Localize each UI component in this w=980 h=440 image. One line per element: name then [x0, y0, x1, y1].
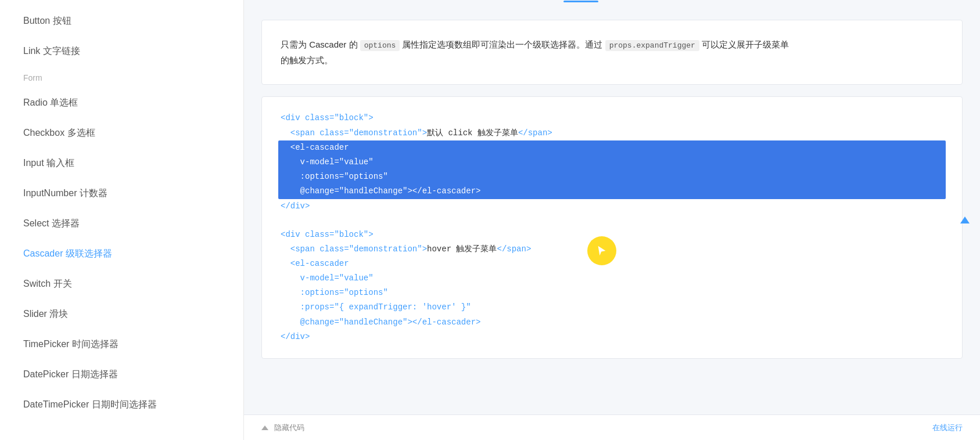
code-line-span2: <span class="demonstration">hover 触发子菜单<…	[281, 242, 943, 257]
sidebar-item-cascader[interactable]: Cascader 级联选择器	[0, 239, 243, 269]
sidebar-item-switch[interactable]: Switch 开关	[0, 269, 243, 299]
sidebar-item-datetimepicker[interactable]: DateTimePicker 日期时间选择器	[0, 389, 243, 420]
sidebar: Button 按钮 Link 文字链接 Form Radio 单选框 Check…	[0, 0, 244, 440]
description-text3: 可以定义展开子级菜单	[699, 39, 789, 49]
code-line-span1: <span class="demonstration">默认 click 触发子…	[281, 126, 943, 140]
sidebar-item-checkbox[interactable]: Checkbox 多选框	[0, 118, 243, 148]
sidebar-item-inputnumber[interactable]: InputNumber 计数器	[0, 178, 243, 208]
sidebar-item-button[interactable]: Button 按钮	[0, 6, 243, 36]
sidebar-section-form: Form	[0, 66, 243, 88]
sidebar-item-input[interactable]: Input 输入框	[0, 148, 243, 178]
description-text: 只需为 Cascader 的	[281, 39, 360, 49]
code-line-options2: :options="options"	[281, 286, 943, 300]
hide-code-label[interactable]: 隐藏代码	[274, 423, 304, 433]
bottom-bar: 隐藏代码 在线运行	[244, 414, 980, 440]
code-line-div-open2: <div class="block">	[281, 228, 943, 242]
description-text2: 属性指定选项数组即可渲染出一个级联选择器。通过	[400, 39, 605, 49]
options-code: options	[360, 40, 400, 51]
triangle-icon	[261, 425, 268, 430]
props-code: props.expandTrigger	[605, 40, 699, 51]
sidebar-item-link[interactable]: Link 文字链接	[0, 36, 243, 66]
description-box: 只需为 Cascader 的 options 属性指定选项数组即可渲染出一个级联…	[261, 20, 963, 85]
code-line-div-open1: <div class="block">	[281, 111, 943, 125]
code-line-change2: @change="handleChange"></el-cascader>	[281, 315, 943, 330]
main-content: 只需为 Cascader 的 options 属性指定选项数组即可渲染出一个级联…	[244, 0, 980, 440]
tab-indicator	[563, 1, 598, 2]
sidebar-item-radio[interactable]: Radio 单选框	[0, 88, 243, 118]
hide-code-button[interactable]: 隐藏代码	[261, 423, 304, 433]
run-online-button[interactable]: 在线运行	[932, 423, 963, 433]
code-line-el-cascader-open: <el-cascader	[278, 140, 946, 155]
sidebar-item-timepicker[interactable]: TimePicker 时间选择器	[0, 329, 243, 359]
code-line-vmodel: v-model="value"	[278, 155, 946, 169]
sidebar-item-slider[interactable]: Slider 滑块	[0, 299, 243, 329]
scroll-up-indicator[interactable]	[960, 217, 970, 223]
sidebar-item-select[interactable]: Select 选择器	[0, 208, 243, 239]
code-line-div-close2: </div>	[281, 330, 943, 344]
description-text4: 的触发方式。	[281, 55, 333, 65]
code-line-vmodel2: v-model="value"	[281, 271, 943, 286]
code-line-props2: :props="{ expandTrigger: 'hover' }"	[281, 300, 943, 315]
code-line-options: :options="options"	[278, 169, 946, 184]
code-block: <div class="block"> <span class="demonst…	[261, 96, 963, 359]
code-line-div-close1: </div>	[281, 199, 943, 214]
sidebar-item-datepicker[interactable]: DatePicker 日期选择器	[0, 359, 243, 389]
code-line-el-cascader2: <el-cascader	[281, 257, 943, 271]
code-line-change: @change="handleChange"></el-cascader>	[278, 184, 946, 199]
